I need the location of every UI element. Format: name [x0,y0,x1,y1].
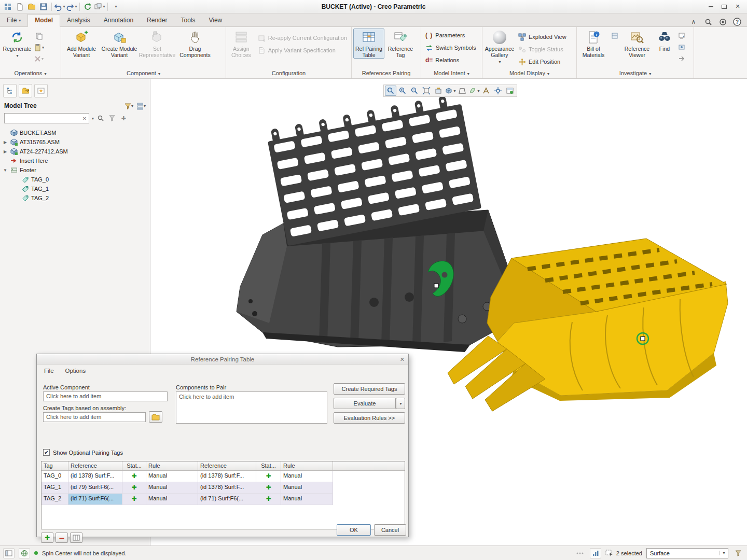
evaluation-rules-button[interactable]: Evaluation Rules >> [334,412,405,424]
column-header-rule-1[interactable]: Rule [146,461,198,470]
exploded-view-button[interactable]: Exploded View [516,31,569,43]
tab-model[interactable]: Model [27,14,60,27]
minimize-button[interactable] [704,2,717,11]
search-icon[interactable] [703,17,713,26]
tree-item-footer[interactable]: ▼ Footer [2,165,150,175]
save-icon[interactable] [38,2,49,12]
copy-icon[interactable] [33,31,45,41]
tree-item-at24-227412-asm[interactable]: ▶ AT24-227412.ASM [2,147,150,156]
edit-position-button[interactable]: Edit Position [516,55,569,68]
repaint-icon[interactable] [433,86,444,96]
auxiliary-middle-icon[interactable] [676,42,687,52]
tree-item-insert-here[interactable]: Insert Here [2,156,150,165]
display-style-icon[interactable]: ▾ [445,86,456,96]
add-row-button[interactable]: ✚ [41,533,53,543]
column-header-reference-1[interactable]: Reference [68,461,122,470]
windows-dropdown-icon[interactable]: ▾ [103,4,105,9]
search-find-icon[interactable] [96,114,105,123]
bill-of-materials-button[interactable]: i Bill of Materials [578,29,608,59]
find-button[interactable]: Find [654,29,675,52]
regenerate-button[interactable]: Regenerate ▾ [2,29,33,59]
toggle-navigator-icon[interactable] [3,548,15,558]
search-clear-icon[interactable]: ✕ [80,116,89,121]
paste-icon[interactable]: ▾ [33,42,45,52]
tree-settings-icon[interactable]: ▾ [136,101,146,110]
windows-icon[interactable]: ▾ [94,2,105,12]
notifications-icon[interactable] [574,548,586,558]
favorites-icon[interactable] [34,84,48,97]
active-component-field[interactable]: Click here to add item [43,391,168,401]
collapse-ribbon-icon[interactable]: ∧ [689,17,698,26]
pairing-table-row-tag0[interactable]: TAG_0 (id 1378) Surf:F... ✚ Manual (id 1… [42,471,405,482]
column-header-status-2[interactable]: Stat... [256,461,281,470]
close-button[interactable]: ✕ [731,2,744,11]
component-group-label[interactable]: Component ▾ [61,68,226,78]
search-filter-icon[interactable] [107,114,117,123]
add-module-variant-button[interactable]: Add Module Variant [63,29,100,59]
apply-variant-spec-button[interactable]: Apply Variant Specification [255,44,350,57]
view-manager-icon[interactable] [504,86,516,96]
zoom-region-icon[interactable] [385,86,396,96]
show-optional-checkbox[interactable]: ✔ [43,449,50,456]
evaluate-dropdown-icon[interactable]: ▾ [396,398,405,409]
bucket-model-dark[interactable] [237,93,520,352]
assign-choices-button[interactable]: Assign Choices [228,29,255,59]
operations-group-label[interactable]: Operations ▾ [0,68,61,78]
refit-icon[interactable] [421,86,432,96]
tab-annotation[interactable]: Annotation [97,15,140,26]
evaluate-button[interactable]: Evaluate [334,398,396,409]
expander-icon[interactable]: ▶ [2,140,8,145]
column-header-reference-2[interactable]: Reference [198,461,256,470]
dialog-menu-options[interactable]: Options [65,368,86,374]
spin-center-icon[interactable] [492,86,504,96]
performance-icon[interactable] [590,548,601,558]
columns-settings-button[interactable] [70,533,82,543]
tab-analysis[interactable]: Analysis [60,15,97,26]
tab-file[interactable]: File▾ [0,15,27,26]
parameters-button[interactable]: ( ) Parameters [423,29,467,41]
regenerate-small-icon[interactable] [82,2,93,12]
redo-icon[interactable]: ▾ [66,2,77,12]
datum-display-icon[interactable]: ▾ [468,86,480,96]
selection-filter-combo[interactable]: Surface ▾ [646,548,728,558]
ref-pairing-table-button[interactable]: Ref Pairing Table [353,29,384,59]
auxiliary-top-icon[interactable] [676,31,687,41]
perspective-icon[interactable] [457,86,468,96]
selected-cell[interactable]: (id 71) Surf:F6(... [68,494,122,505]
help-icon[interactable]: ? [732,17,742,26]
dialog-close-icon[interactable]: ✕ [400,354,405,365]
undo-icon[interactable]: ▾ [54,2,65,12]
remove-row-button[interactable]: ▬ [56,533,68,543]
create-module-variant-button[interactable]: Create Module Variant [101,29,138,59]
expander-icon[interactable]: ▼ [2,168,8,173]
restore-button[interactable] [718,2,730,11]
appearance-gallery-button[interactable]: Appearance Gallery ▾ [484,29,515,65]
redo-dropdown-icon[interactable]: ▾ [75,4,77,9]
tree-filters-icon[interactable]: ▾ [124,101,133,110]
reapply-configuration-button[interactable]: Re-apply Current Configuration [255,32,350,44]
reference-tag-button[interactable]: Reference Tag [385,29,416,59]
selection-handle-yellow[interactable] [641,337,645,341]
zoom-in-icon[interactable] [397,86,408,96]
components-to-pair-box[interactable]: Click here to add item [176,391,327,424]
auxiliary-bottom-icon[interactable] [676,53,687,64]
app-icon[interactable] [2,2,13,12]
model-display-group-label[interactable]: Model Display ▾ [482,68,576,78]
cancel-button[interactable]: Cancel [374,524,406,536]
pairing-table-row-tag1[interactable]: TAG_1 (id 79) Surf:F6(... ✚ Manual (id 1… [42,482,405,494]
zoom-out-icon[interactable] [409,86,420,96]
toggle-browser-icon[interactable] [19,548,30,558]
reference-viewer-button[interactable]: Reference Viewer [621,29,653,59]
model-tree-tab-icon[interactable] [3,84,17,97]
set-representative-button[interactable]: Set Representative [139,29,176,59]
switch-symbols-button[interactable]: Switch Symbols [423,41,479,54]
tab-tools[interactable]: Tools [174,15,202,26]
toggle-status-button[interactable]: Toggle Status [516,43,569,55]
ok-button[interactable]: OK [337,524,371,536]
filter-funnel-icon[interactable] [732,548,744,558]
sync-icon[interactable] [718,17,727,26]
drag-components-button[interactable]: Drag Components [176,29,214,59]
search-add-icon[interactable]: ✚ [119,114,128,123]
customize-qat-icon[interactable]: ▾ [110,2,121,12]
model-intent-group-label[interactable]: Model Intent ▾ [421,68,482,78]
